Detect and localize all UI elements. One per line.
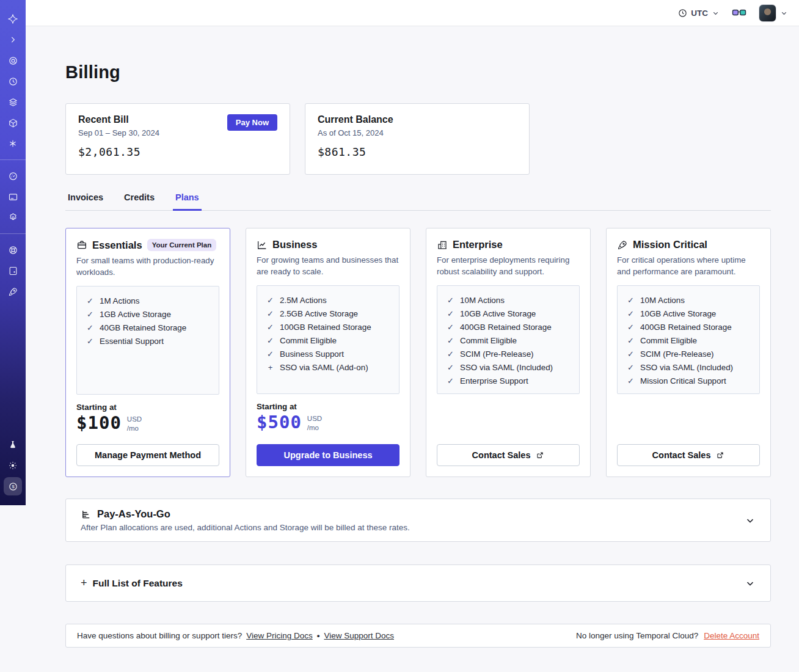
check-icon: ✓ xyxy=(627,348,635,361)
chevron-down-icon xyxy=(712,9,720,17)
feature-item: ✓2.5M Actions xyxy=(266,294,390,307)
features-accordion[interactable]: + Full List of Features xyxy=(65,564,771,602)
billing-icon[interactable] xyxy=(4,188,22,206)
check-icon: ✓ xyxy=(266,321,274,334)
user-menu[interactable] xyxy=(759,4,788,22)
check-icon: ✓ xyxy=(627,361,635,374)
feature-text: 10GB Active Storage xyxy=(460,307,536,321)
current-balance-amount: $861.35 xyxy=(318,145,517,158)
delete-account-link[interactable]: Delete Account xyxy=(704,631,759,640)
feature-text: Mission Critical Support xyxy=(640,374,726,388)
paygo-accordion[interactable]: Pay-As-You-Go After Plan allocations are… xyxy=(65,499,771,542)
feature-text: Commit Eligible xyxy=(460,334,517,348)
contact-sales-label: Contact Sales xyxy=(472,450,531,460)
feature-text: Business Support xyxy=(280,348,344,361)
manage-payment-button[interactable]: Manage Payment Method xyxy=(76,444,219,466)
schedules-icon[interactable] xyxy=(4,72,22,90)
tab-invoices[interactable]: Invoices xyxy=(65,189,106,211)
feature-text: 10M Actions xyxy=(640,294,685,307)
price-area: Starting at $500 USD/mo xyxy=(257,402,400,433)
current-balance-card: Current Balance As of Oct 15, 2024 $861.… xyxy=(305,103,530,175)
getting-started-icon[interactable] xyxy=(4,282,22,301)
check-icon: ✓ xyxy=(447,374,454,388)
theme-icon[interactable] xyxy=(4,456,22,475)
plan-name: Business xyxy=(272,239,317,250)
view-support-docs-link[interactable]: View Support Docs xyxy=(324,631,394,640)
feature-item: ✓SSO via SAML (Included) xyxy=(627,361,750,374)
footer-bar: Have questions about billing or support … xyxy=(65,624,771,648)
chevron-down-icon[interactable] xyxy=(745,578,756,589)
view-pricing-docs-link[interactable]: View Pricing Docs xyxy=(246,631,313,640)
feature-item: ✓2.5GB Active Storage xyxy=(266,307,390,321)
feature-item: ✓Enterprise Support xyxy=(447,374,570,388)
3d-glasses-icon xyxy=(732,7,746,18)
price-period: /mo xyxy=(127,424,142,433)
plan-card-enterprise: Enterprise For enterprise deployments re… xyxy=(426,228,591,477)
feature-text: SSO via SAML (Included) xyxy=(460,361,553,374)
tab-plans[interactable]: Plans xyxy=(173,189,202,211)
feature-text: SCIM (Pre-Release) xyxy=(640,348,714,361)
upgrade-business-button[interactable]: Upgrade to Business xyxy=(257,444,400,466)
feature-box: ✓2.5M Actions✓2.5GB Active Storage✓100GB… xyxy=(257,285,400,394)
price-period: /mo xyxy=(307,423,322,432)
workflows-icon[interactable] xyxy=(4,114,22,132)
plan-price: $500 xyxy=(257,412,302,433)
tab-credits[interactable]: Credits xyxy=(122,189,157,211)
feature-text: 40GB Retained Storage xyxy=(100,321,186,335)
plan-card-business: Business For growing teams and businesse… xyxy=(246,228,410,477)
summary-row: Recent Bill Sep 01 – Sep 30, 2024 Pay No… xyxy=(65,103,771,175)
feature-item: ✓10M Actions xyxy=(627,294,750,307)
timezone-selector[interactable]: UTC xyxy=(678,9,720,18)
plan-name: Mission Critical xyxy=(633,239,707,250)
temporal-logo-icon[interactable] xyxy=(4,10,22,28)
contact-sales-label: Contact Sales xyxy=(652,450,711,460)
plan-description: For growing teams and businesses that ar… xyxy=(257,255,400,277)
labs-icon[interactable] xyxy=(4,436,22,454)
settings-icon[interactable] xyxy=(4,208,22,227)
check-icon: ✓ xyxy=(627,321,635,334)
usage-icon[interactable] xyxy=(4,167,22,185)
check-icon: ✓ xyxy=(266,348,274,361)
feature-item: ✓10GB Active Storage xyxy=(627,307,750,321)
check-icon: ✓ xyxy=(447,307,454,321)
contact-sales-button[interactable]: Contact Sales xyxy=(437,444,580,466)
dot-separator: • xyxy=(317,631,320,640)
feature-item: ✓1M Actions xyxy=(86,294,210,308)
expand-sidebar-icon[interactable] xyxy=(4,31,22,49)
current-balance-asof: As of Oct 15, 2024 xyxy=(318,128,393,137)
starting-at-label: Starting at xyxy=(76,403,219,412)
check-icon: ✓ xyxy=(266,334,274,348)
support-icon[interactable] xyxy=(4,241,22,259)
chevron-down-icon[interactable] xyxy=(745,515,756,526)
check-icon: ✓ xyxy=(447,294,454,307)
briefcase-icon xyxy=(76,239,87,250)
feature-text: 2.5M Actions xyxy=(280,294,327,307)
check-icon: ✓ xyxy=(86,308,94,321)
plan-price: $100 xyxy=(76,412,122,433)
feature-item: ✓10GB Active Storage xyxy=(447,307,570,321)
check-icon: ✓ xyxy=(447,361,454,374)
check-icon: ✓ xyxy=(627,334,635,348)
feature-text: 2.5GB Active Storage xyxy=(280,307,358,321)
docs-icon[interactable] xyxy=(4,261,22,280)
contact-sales-button[interactable]: Contact Sales xyxy=(617,444,760,466)
feature-text: 1GB Active Storage xyxy=(100,308,171,321)
check-icon: ✓ xyxy=(266,307,274,321)
main-area: UTC Billing Recent Bill Sep 01 – Sep xyxy=(26,0,799,672)
current-balance-title: Current Balance xyxy=(318,114,393,125)
namespaces-icon[interactable] xyxy=(4,51,22,70)
3d-glasses-button[interactable] xyxy=(732,7,746,18)
chart-line-icon xyxy=(257,239,268,250)
recent-bill-title: Recent Bill xyxy=(78,114,159,125)
feature-item: ✓Business Support xyxy=(266,348,390,361)
price-area: Starting at $100 USD/mo xyxy=(76,403,219,433)
feature-box: ✓10M Actions✓10GB Active Storage✓400GB R… xyxy=(617,285,760,394)
features-title: Full List of Features xyxy=(93,578,183,589)
feature-text: SSO via SAML (Included) xyxy=(640,361,733,374)
plan-description: For critical operations where uptime and… xyxy=(617,255,760,277)
actions-icon[interactable] xyxy=(4,134,22,153)
deployments-icon[interactable] xyxy=(4,93,22,111)
feature-text: 100GB Retained Storage xyxy=(280,321,371,334)
pricing-icon[interactable]: $ xyxy=(4,477,22,495)
pay-now-button[interactable]: Pay Now xyxy=(227,114,277,131)
